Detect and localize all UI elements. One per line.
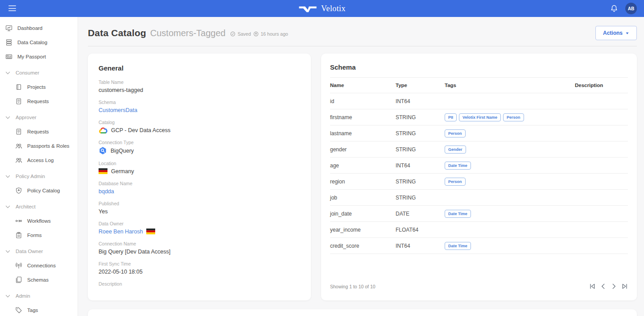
cell-type: STRING [396, 114, 445, 121]
general-field-catalog: CatalogGCP - Dev Data Access [99, 120, 300, 134]
sidebar-item-approver[interactable]: Approver [0, 110, 78, 125]
sidebar-item-projects[interactable]: Projects [0, 80, 78, 94]
brand-logo: Velotix [298, 4, 346, 13]
sidebar-item-admin[interactable]: Admin [0, 289, 78, 303]
forms-icon [15, 232, 22, 239]
pagination-summary: Showing 1 to 10 of 10 [330, 284, 376, 289]
saved-time: 16 hours ago [261, 31, 288, 37]
sidebar-item-tags[interactable]: Tags [0, 303, 78, 316]
chevron-down-icon [5, 173, 11, 180]
table-row-gender: genderSTRINGGender [330, 141, 628, 158]
sidebar-item-data-catalog[interactable]: Data Catalog [0, 35, 78, 50]
tag-badge-date-time[interactable]: Date Time [445, 210, 471, 218]
cell-name: id [330, 98, 396, 104]
general-field-label: Connection Type [99, 140, 300, 145]
last-page-icon[interactable] [621, 283, 628, 290]
sidebar-item-architect[interactable]: Architect [0, 200, 78, 214]
cell-type: INT64 [396, 162, 445, 169]
sidebar-item-label: Requests [27, 129, 49, 134]
general-field-value-schema[interactable]: CustomersData [99, 107, 137, 113]
next-page-icon[interactable] [611, 283, 617, 290]
sidebar-item-policy-catalog[interactable]: Policy Catalog [0, 183, 78, 198]
sidebar-item-my-passport[interactable]: My Passport [0, 50, 78, 64]
cell-tags: Gender [445, 146, 575, 154]
sidebar-item-workflows[interactable]: Workflows [0, 214, 78, 228]
sidebar-item-requests[interactable]: Requests [0, 94, 78, 108]
passport-icon [5, 53, 12, 60]
tag-badge-pii[interactable]: PII [445, 113, 457, 121]
gcp-cloud-icon [99, 127, 107, 133]
cell-name: join_date [330, 211, 396, 217]
general-field-label: Description [99, 281, 300, 287]
general-field-value-data-owner[interactable]: Roee Ben Harosh [99, 229, 143, 235]
sidebar-item-dashboard[interactable]: Dashboard [0, 21, 78, 35]
prev-page-icon[interactable] [600, 283, 607, 290]
cards-row: General Table Namecustomers-taggedSchema… [88, 54, 637, 300]
sidebar-item-access-log[interactable]: Access Log [0, 153, 78, 167]
sidebar-item-forms[interactable]: Forms [0, 228, 78, 242]
germany-flag-icon [99, 168, 107, 174]
cell-tags: Date Time [445, 242, 575, 250]
sidebar-item-passports-roles[interactable]: Passports & Roles [0, 139, 78, 153]
cell-name: lastname [330, 130, 396, 137]
cell-tags: Date Time [445, 210, 575, 218]
spacer [330, 254, 628, 279]
general-field-data-owner: Data OwnerRoee Ben Harosh [99, 221, 300, 235]
saved-label: Saved [238, 31, 251, 37]
general-card-title: General [99, 64, 300, 72]
tag-badge-velotix-first-name[interactable]: Velotix First Name [459, 113, 501, 121]
cell-name: year_income [330, 227, 396, 233]
schema-card-title: Schema [330, 63, 628, 71]
sidebar-item-consumer[interactable]: Consumer [0, 66, 78, 80]
sidebar-item-policy-admin[interactable]: Policy Admin [0, 169, 78, 183]
tag-badge-date-time[interactable]: Date Time [445, 242, 471, 250]
top-navbar: Velotix AB [0, 0, 644, 17]
cell-tags: Person [445, 129, 575, 137]
people-icon [15, 142, 22, 150]
sidebar-item-label: Schemas [27, 277, 49, 283]
general-field-first-sync-time: First Sync Time2022-05-10 18:05 [99, 261, 300, 275]
general-field-value-database-name[interactable]: bqdda [99, 188, 114, 195]
tag-badge-gender[interactable]: Gender [445, 146, 466, 154]
sidebar-item-requests[interactable]: Requests [0, 125, 78, 139]
germany-flag-icon [146, 229, 155, 234]
cell-type: FLOAT64 [396, 227, 445, 233]
caret-down-icon [625, 31, 629, 35]
bigquery-icon [99, 146, 107, 155]
database-icon [5, 39, 12, 46]
sidebar-item-label: Requests [27, 99, 49, 104]
table-row-firstname: firstnameSTRINGPIIVelotix First NamePers… [330, 109, 628, 125]
sidebar-item-label: Workflows [27, 218, 51, 224]
general-field-published: PublishedYes [99, 201, 300, 215]
sidebar-item-schemas[interactable]: Schemas [0, 273, 78, 287]
sidebar-item-label: Dashboard [17, 25, 42, 31]
notifications-bell-icon[interactable] [610, 4, 618, 12]
general-field-label: Connection Name [99, 241, 300, 246]
sidebar-item-label: Connections [27, 263, 56, 268]
sidebar-item-label: Consumer [16, 70, 39, 75]
first-page-icon[interactable] [589, 283, 596, 290]
sidebar-item-label: Admin [16, 293, 30, 299]
tag-badge-person[interactable]: Person [503, 113, 524, 121]
tag-badge-person[interactable]: Person [445, 129, 466, 137]
cell-type: DATE [396, 211, 445, 217]
tag-badge-person[interactable]: Person [445, 178, 466, 186]
cell-type: INT64 [396, 98, 445, 104]
avatar[interactable]: AB [625, 3, 637, 14]
sidebar-item-connections[interactable]: Connections [0, 258, 78, 273]
table-row-region: regionSTRINGPerson [330, 174, 628, 190]
general-fields: Table Namecustomers-taggedSchemaCustomer… [99, 79, 300, 295]
sidebar-item-label: Architect [16, 204, 36, 209]
actions-button[interactable]: Actions [595, 26, 637, 40]
sidebar-item-data-owner[interactable]: Data Owner [0, 244, 78, 258]
cell-name: job [330, 195, 396, 201]
general-field-value-catalog: GCP - Dev Data Access [111, 127, 170, 133]
tag-badge-date-time[interactable]: Date Time [445, 162, 471, 170]
sidebar-item-label: Projects [27, 84, 46, 90]
table-row-join-date: join_dateDATEDate Time [330, 206, 628, 222]
general-field-connection-type: Connection TypeBigQuery [99, 140, 300, 155]
menu-icon[interactable] [8, 5, 16, 12]
general-field-label: First Sync Time [99, 261, 300, 266]
cell-tags: Person [445, 178, 575, 186]
general-field-value-published: Yes [99, 208, 107, 215]
